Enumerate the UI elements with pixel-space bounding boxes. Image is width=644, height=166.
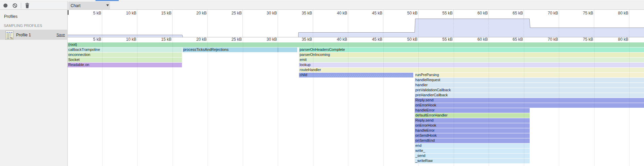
svg-text:%: %: [10, 36, 13, 40]
